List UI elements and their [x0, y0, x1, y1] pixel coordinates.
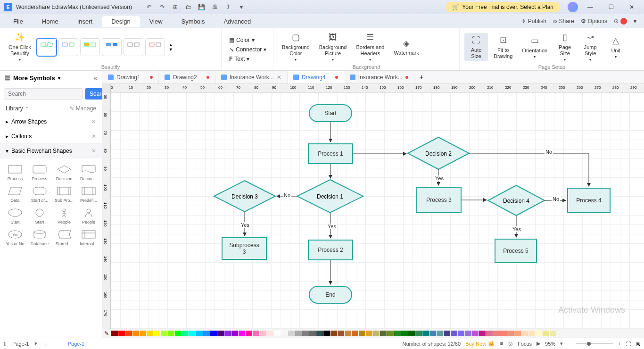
- color-swatch[interactable]: [338, 331, 344, 336]
- shape-decision[interactable]: Decision: [53, 162, 75, 182]
- save-icon[interactable]: 💾: [198, 3, 206, 11]
- color-swatch[interactable]: [309, 331, 316, 336]
- shape-yesno[interactable]: YesYes or No: [4, 227, 26, 247]
- color-swatch[interactable]: [260, 331, 266, 336]
- maximize-button[interactable]: ❐: [603, 0, 619, 14]
- close-button[interactable]: ✕: [623, 0, 640, 14]
- color-swatch[interactable]: [521, 331, 528, 336]
- shape-start-circle[interactable]: Start: [28, 206, 51, 225]
- unit-button[interactable]: △Unit▾: [604, 33, 627, 61]
- color-swatch[interactable]: [380, 331, 387, 336]
- shape-internal[interactable]: Internal...: [77, 227, 100, 247]
- color-swatch[interactable]: [239, 331, 245, 336]
- doctab-drawing4[interactable]: Drawing4: [288, 71, 344, 83]
- menu-advanced[interactable]: Advanced: [214, 16, 260, 27]
- color-button[interactable]: ▦Color▾: [226, 36, 268, 44]
- color-swatch[interactable]: [472, 331, 479, 336]
- color-swatch[interactable]: [366, 331, 372, 336]
- zoom-slider[interactable]: [576, 343, 613, 344]
- color-swatch[interactable]: [550, 331, 556, 336]
- node-end[interactable]: End: [309, 286, 352, 304]
- color-swatch[interactable]: [253, 331, 259, 336]
- color-swatch[interactable]: [444, 331, 450, 336]
- theme-prev-icon[interactable]: ▲: [169, 42, 173, 47]
- node-process3[interactable]: Process 3: [416, 187, 462, 213]
- color-swatch[interactable]: [168, 331, 174, 336]
- color-swatch[interactable]: [451, 331, 457, 336]
- color-swatch[interactable]: [514, 331, 521, 336]
- color-swatch[interactable]: [359, 331, 365, 336]
- color-swatch[interactable]: [281, 331, 288, 336]
- color-swatch[interactable]: [288, 331, 295, 336]
- node-process4[interactable]: Process 4: [567, 188, 611, 213]
- menu-design[interactable]: Design: [102, 16, 140, 27]
- doctab-drawing1[interactable]: Drawing1: [102, 71, 159, 83]
- color-swatch[interactable]: [246, 331, 252, 336]
- color-swatch[interactable]: [345, 331, 351, 336]
- node-decision1[interactable]: Decision 1: [297, 180, 363, 213]
- color-swatch[interactable]: [429, 331, 436, 336]
- node-start[interactable]: Start: [309, 104, 352, 122]
- color-swatch[interactable]: [352, 331, 358, 336]
- undo-icon[interactable]: ↶: [145, 3, 153, 11]
- shape-subprocess[interactable]: Sub Pro...: [53, 184, 75, 204]
- menu-symbols[interactable]: Symbols: [172, 16, 215, 27]
- drawing-canvas[interactable]: Start Process 1 Decision 1 Decision 2 De…: [111, 92, 644, 329]
- color-swatch[interactable]: [302, 331, 309, 336]
- open-icon[interactable]: 🗁: [185, 3, 192, 11]
- color-swatch[interactable]: [231, 331, 238, 336]
- remove-category-icon[interactable]: ✕: [91, 148, 96, 154]
- add-page-button[interactable]: +: [39, 340, 50, 348]
- menu-insert[interactable]: Insert: [68, 16, 102, 27]
- node-decision2[interactable]: Decision 2: [408, 137, 469, 169]
- fit-drawing-button[interactable]: ⊡Fit to Drawing: [490, 33, 516, 61]
- color-swatch[interactable]: [437, 331, 443, 336]
- presentation-icon[interactable]: ▶: [537, 341, 540, 347]
- color-swatch[interactable]: [458, 331, 464, 336]
- color-swatch[interactable]: [422, 331, 429, 336]
- focus-button[interactable]: Focus: [518, 341, 532, 347]
- shape-people-2[interactable]: People: [77, 206, 100, 225]
- add-tab-button[interactable]: +: [414, 71, 429, 83]
- shape-predefined[interactable]: Predefi...: [77, 184, 100, 204]
- chevron-down-icon[interactable]: ▾: [58, 75, 60, 81]
- node-process5[interactable]: Process 5: [495, 239, 537, 263]
- node-decision4[interactable]: Decision 4: [488, 185, 545, 216]
- color-swatch[interactable]: [267, 331, 273, 336]
- shape-people-1[interactable]: People: [53, 206, 75, 225]
- export-icon[interactable]: ⤴: [224, 3, 232, 11]
- bg-color-button[interactable]: ▢Background Color▾: [278, 30, 314, 64]
- menu-file[interactable]: File: [4, 16, 33, 27]
- shape-process[interactable]: Process: [4, 162, 26, 182]
- color-swatch[interactable]: [274, 331, 281, 336]
- shape-data[interactable]: Data: [4, 184, 26, 204]
- jump-style-button[interactable]: ⤻Jump Style▾: [578, 30, 602, 64]
- color-swatch[interactable]: [387, 331, 394, 336]
- theme-2[interactable]: [58, 38, 78, 56]
- theme-3[interactable]: [80, 38, 100, 56]
- trial-banner[interactable]: 🛒 Your Free Trial is over. Select a Plan: [446, 2, 560, 12]
- category-arrow-shapes[interactable]: ▸Arrow Shapes✕: [0, 115, 102, 129]
- remove-category-icon[interactable]: ✕: [91, 118, 96, 125]
- zoom-out-button[interactable]: −: [568, 341, 570, 347]
- color-swatch[interactable]: [408, 331, 415, 336]
- color-swatch[interactable]: [203, 331, 210, 336]
- color-swatch[interactable]: [147, 331, 153, 336]
- color-swatch[interactable]: [132, 331, 139, 336]
- publish-button[interactable]: ✈Publish: [521, 18, 546, 25]
- share-button[interactable]: ∞Share: [553, 18, 574, 25]
- color-swatch[interactable]: [196, 331, 203, 336]
- eyedropper-icon[interactable]: ✎: [104, 330, 109, 337]
- node-process2[interactable]: Process 2: [308, 240, 353, 260]
- orientation-button[interactable]: ▭Orientation▾: [518, 33, 551, 61]
- dropdown-icon[interactable]: ▾: [238, 3, 245, 11]
- notifications-button[interactable]: ⊙: [614, 18, 627, 25]
- remove-category-icon[interactable]: ✕: [91, 133, 96, 140]
- color-swatch[interactable]: [330, 331, 337, 336]
- theme-6[interactable]: [145, 38, 165, 56]
- watermark-button[interactable]: ◈Watermark: [390, 36, 422, 58]
- doctab-drawing2[interactable]: Drawing2: [159, 71, 215, 83]
- color-swatch[interactable]: [217, 331, 224, 336]
- close-tab-icon[interactable]: ✕: [277, 74, 281, 81]
- color-swatch[interactable]: [528, 331, 535, 336]
